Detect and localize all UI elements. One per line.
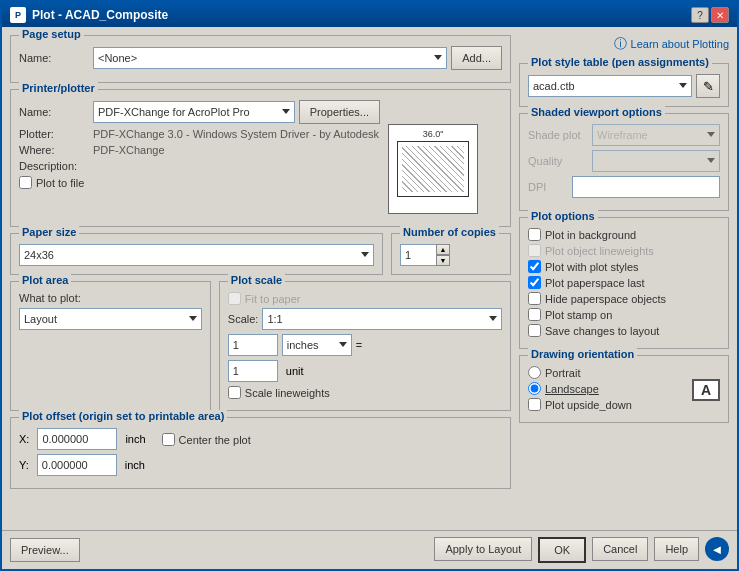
plot-styles-checkbox[interactable] [528,260,541,273]
landscape-radio[interactable] [528,382,541,395]
preview-inner: 36.0" 24.0" [397,141,469,197]
plot-options-title: Plot options [528,210,598,222]
what-to-plot-row: What to plot: [19,292,202,304]
printer-info: Name: PDF-XChange for AcroPlot Pro Prope… [19,100,380,218]
what-to-plot-select[interactable]: Layout [19,308,202,330]
scale-values-row: inches = [228,334,502,356]
ok-button[interactable]: OK [538,537,586,563]
plotter-value: PDF-XChange 3.0 - Windows System Driver … [93,128,379,140]
plot-lineweights-label: Plot object lineweights [545,245,654,257]
x-input[interactable] [37,428,117,450]
desc-row: Description: [19,160,380,172]
hide-paperspace-label: Hide paperspace objects [545,293,666,305]
center-plot-label: Center the plot [179,434,251,446]
unit-inches-select[interactable]: inches [282,334,352,356]
hide-paperspace-row: Hide paperspace objects [528,292,720,305]
help-button[interactable]: Help [654,537,699,561]
left-panel: Page setup Name: <None> Add... Printer/p… [10,35,511,522]
orientation-radios: Portrait Landscape Plot upside_down [528,366,632,414]
properties-button[interactable]: Properties... [299,100,380,124]
x-unit: inch [125,433,145,445]
upside-down-label: Plot upside_down [545,399,632,411]
plot-scale-title: Plot scale [228,274,285,286]
title-bar-left: P Plot - ACAD_Composite [10,7,168,23]
cancel-button[interactable]: Cancel [592,537,648,561]
dpi-input[interactable] [572,176,720,198]
close-button[interactable]: ✕ [711,7,729,23]
landscape-label: Landscape [545,383,599,395]
upside-down-row: Plot upside_down [528,398,632,411]
scale-num2-input[interactable] [228,360,278,382]
paper-copies-row: Paper size 24x36 Number of copies ▲ [10,233,511,275]
scale-row: Scale: 1:1 [228,308,502,330]
preview-dim-h: 36.0" [397,129,469,139]
help-button[interactable]: ? [691,7,709,23]
portrait-label: Portrait [545,367,580,379]
copies-up-button[interactable]: ▲ [436,244,450,255]
plot-style-title: Plot style table (pen assignments) [528,56,712,68]
add-button[interactable]: Add... [451,46,502,70]
orientation-group: Drawing orientation Portrait Landscape [519,355,729,423]
portrait-radio[interactable] [528,366,541,379]
page-setup-title: Page setup [19,28,84,40]
main-content: Page setup Name: <None> Add... Printer/p… [2,27,737,530]
scale-label: Scale: [228,313,259,325]
plot-styles-label: Plot with plot styles [545,261,639,273]
title-buttons: ? ✕ [691,7,729,23]
page-setup-name-select[interactable]: <None> [93,47,447,69]
plot-stamp-checkbox[interactable] [528,308,541,321]
printer-name-select[interactable]: PDF-XChange for AcroPlot Pro [93,101,295,123]
paper-size-select[interactable]: 24x36 [19,244,374,266]
scale-lineweights-label: Scale lineweights [245,387,330,399]
scale-lineweights-checkbox[interactable] [228,386,241,399]
plot-scale-group: Plot scale Fit to paper Scale: 1:1 [219,281,511,411]
y-input[interactable] [37,454,117,476]
edit-ctb-button[interactable]: ✎ [696,74,720,98]
upside-down-checkbox[interactable] [528,398,541,411]
plot-lineweights-checkbox[interactable] [528,244,541,257]
paper-size-title: Paper size [19,226,79,238]
plot-to-file-checkbox[interactable] [19,176,32,189]
right-panel: ⓘ Learn about Plotting Plot style table … [519,35,729,522]
what-to-plot-label: What to plot: [19,292,81,304]
scale-select[interactable]: 1:1 [262,308,502,330]
plot-paperspace-checkbox[interactable] [528,276,541,289]
shade-plot-row: Shade plot Wireframe [528,124,720,146]
copies-group: Number of copies ▲ ▼ [391,233,511,275]
portrait-row: Portrait [528,366,632,379]
fit-to-paper-row: Fit to paper [228,292,502,305]
plot-background-label: Plot in background [545,229,636,241]
x-label: X: [19,433,29,445]
center-plot-row: Center the plot [162,428,251,451]
scale-num1-input[interactable] [228,334,278,356]
plot-area-content: What to plot: Layout [19,292,202,330]
plot-options-group: Plot options Plot in background Plot obj… [519,217,729,349]
plot-paperspace-row: Plot paperspace last [528,276,720,289]
paper-size-group: Paper size 24x36 [10,233,383,275]
plot-to-file-row: Plot to file [19,176,380,189]
save-changes-checkbox[interactable] [528,324,541,337]
hide-paperspace-checkbox[interactable] [528,292,541,305]
copies-down-button[interactable]: ▼ [436,255,450,266]
copies-content: ▲ ▼ [400,244,502,266]
ctb-select[interactable]: acad.ctb [528,75,692,97]
bottom-buttons-right: Apply to Layout OK Cancel Help ◄ [434,537,729,563]
fit-to-paper-checkbox[interactable] [228,292,241,305]
plot-style-group: Plot style table (pen assignments) acad.… [519,63,729,107]
desc-label: Description: [19,160,89,172]
learn-link[interactable]: Learn about Plotting [631,38,729,50]
back-button[interactable]: ◄ [705,537,729,561]
shade-plot-select[interactable]: Wireframe [592,124,720,146]
quality-select[interactable] [592,150,720,172]
printer-name-label: Name: [19,106,89,118]
preview-button[interactable]: Preview... [10,538,80,562]
scale-unit-row: unit [228,360,502,382]
plot-paperspace-label: Plot paperspace last [545,277,645,289]
fit-to-paper-label: Fit to paper [245,293,301,305]
center-plot-checkbox[interactable] [162,433,175,446]
y-label: Y: [19,459,29,471]
apply-to-layout-button[interactable]: Apply to Layout [434,537,532,561]
plot-background-checkbox[interactable] [528,228,541,241]
plot-background-row: Plot in background [528,228,720,241]
plot-area-title: Plot area [19,274,71,286]
